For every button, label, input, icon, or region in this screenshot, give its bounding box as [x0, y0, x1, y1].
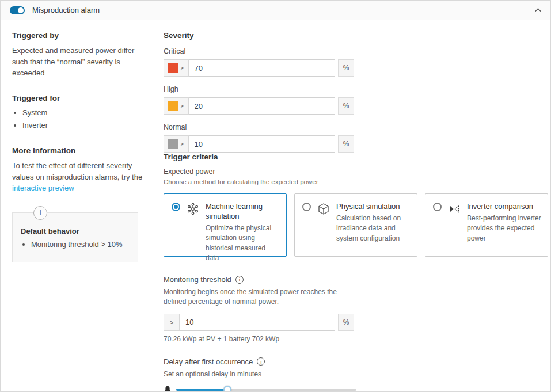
normal-color-swatch — [168, 139, 178, 149]
collapse-chevron-up-icon[interactable] — [534, 6, 542, 14]
high-unit: % — [338, 97, 354, 115]
slider-track[interactable] — [176, 389, 356, 391]
normal-label: Normal — [164, 123, 548, 131]
high-color-swatch — [168, 101, 178, 111]
bell-icon — [164, 385, 172, 392]
slider-row — [164, 385, 356, 392]
panel-title: Misproduction alarm — [32, 6, 100, 14]
interactive-preview-link[interactable]: interactive preview — [12, 184, 74, 192]
alarm-enabled-toggle[interactable] — [10, 6, 25, 14]
cube-icon — [317, 202, 330, 250]
gte-operator: ≥ — [181, 141, 184, 147]
normal-threshold-input[interactable] — [189, 135, 336, 153]
high-threshold-group: ≥ % — [164, 97, 354, 115]
critical-threshold-input[interactable] — [189, 59, 336, 77]
info-icon — [33, 206, 47, 220]
delay-slider-wrap: 0 15 30 60 90 120 180 240 — [164, 385, 356, 392]
method-title: Machine learning simulation — [206, 202, 280, 222]
high-label: High — [164, 85, 548, 93]
radio-machine-learning[interactable] — [172, 203, 180, 211]
slider-fill — [176, 389, 227, 391]
expected-power-label: Expected power — [164, 168, 548, 176]
critical-color-swatch — [168, 63, 178, 73]
gte-operator: ≥ — [181, 65, 184, 71]
delay-block: Delay after first occurrence Set an opti… — [164, 357, 548, 392]
method-title: Physical simulation — [336, 202, 411, 212]
misproduction-alarm-panel: Misproduction alarm Triggered by Expecte… — [0, 0, 551, 392]
expected-power-method-cards: Machine learning simulation Optimize the… — [164, 193, 548, 257]
radio-physical-simulation[interactable] — [302, 203, 311, 211]
critical-label: Critical — [164, 47, 548, 55]
monitoring-threshold-input[interactable] — [180, 314, 335, 331]
triggered-for-list: System Inverter — [13, 108, 148, 132]
delay-label-text: Delay after first occurrence — [164, 357, 253, 366]
method-description: Calculation based on irradiance data and… — [336, 214, 411, 243]
gt-operator: > — [164, 314, 180, 331]
radio-inverter-comparison[interactable] — [433, 203, 442, 211]
trigger-criteria-title: Trigger criteria — [164, 153, 548, 161]
default-behavior-title: Default behavior — [21, 227, 130, 235]
delay-description: Set an optional delay in minutes — [164, 370, 348, 379]
method-title: Inverter comparison — [467, 202, 542, 212]
default-behavior-box: Default behavior Monitoring threshold > … — [12, 212, 138, 262]
info-icon[interactable] — [257, 357, 265, 366]
slider-thumb[interactable] — [223, 386, 231, 392]
normal-unit: % — [338, 135, 354, 153]
monitoring-threshold-description: Monitoring begins once the simulated pow… — [164, 287, 348, 307]
triggered-by-text: Expected and measured power differ such … — [12, 45, 148, 79]
list-item: Monitoring threshold > 10% — [31, 239, 130, 250]
high-threshold-input[interactable] — [189, 97, 336, 115]
compare-inverters-icon — [447, 202, 461, 250]
expected-power-hint: Choose a method for calculating the expe… — [164, 178, 548, 185]
gte-operator: ≥ — [181, 103, 184, 109]
card-text: Physical simulation Calculation based on… — [336, 202, 411, 250]
method-description: Best-performing inverter provides the ex… — [467, 214, 542, 243]
neural-network-icon — [186, 202, 200, 250]
monitoring-threshold-block: Monitoring threshold Monitoring begins o… — [164, 275, 548, 343]
card-text: Inverter comparison Best-performing inve… — [467, 202, 542, 250]
delay-slider[interactable] — [176, 386, 356, 392]
list-item: System — [22, 108, 148, 119]
more-information-text-body: To test the effect of different severity… — [12, 161, 142, 181]
severity-title: Severity — [164, 31, 548, 40]
list-item: Inverter — [22, 120, 148, 131]
monitoring-threshold-unit: % — [338, 314, 354, 331]
panel-body: Triggered by Expected and measured power… — [1, 20, 550, 392]
delay-label: Delay after first occurrence — [164, 357, 548, 366]
high-addon: ≥ — [164, 97, 189, 115]
monitoring-threshold-label: Monitoring threshold — [164, 275, 548, 284]
more-information-title: More information — [12, 146, 148, 155]
triggered-for-title: Triggered for — [12, 94, 148, 102]
normal-addon: ≥ — [164, 135, 189, 153]
method-description: Optimize the physical simulation using h… — [206, 223, 280, 264]
method-card-inverter-comparison[interactable]: Inverter comparison Best-performing inve… — [425, 193, 548, 257]
critical-unit: % — [338, 59, 354, 77]
critical-threshold-group: ≥ % — [164, 59, 354, 77]
more-information-text: To test the effect of different severity… — [12, 160, 148, 194]
method-card-machine-learning[interactable]: Machine learning simulation Optimize the… — [164, 193, 287, 257]
default-behavior-list: Monitoring threshold > 10% — [22, 239, 130, 250]
critical-addon: ≥ — [164, 59, 189, 77]
method-card-physical-simulation[interactable]: Physical simulation Calculation based on… — [294, 193, 417, 257]
normal-threshold-group: ≥ % — [164, 135, 354, 153]
info-sidebar: Triggered by Expected and measured power… — [12, 31, 148, 392]
toggle-knob — [18, 7, 24, 13]
info-icon[interactable] — [235, 276, 244, 284]
card-text: Machine learning simulation Optimize the… — [206, 202, 280, 250]
triggered-by-title: Triggered by — [12, 31, 148, 40]
settings-column: Severity Critical ≥ % High ≥ % — [164, 31, 548, 392]
monitoring-threshold-label-text: Monitoring threshold — [164, 275, 231, 284]
panel-header[interactable]: Misproduction alarm — [1, 1, 550, 20]
nominal-power-note: 70.26 kWp at PV + 1 battery 702 kWp — [164, 335, 548, 343]
monitoring-threshold-group: > % — [164, 314, 354, 331]
